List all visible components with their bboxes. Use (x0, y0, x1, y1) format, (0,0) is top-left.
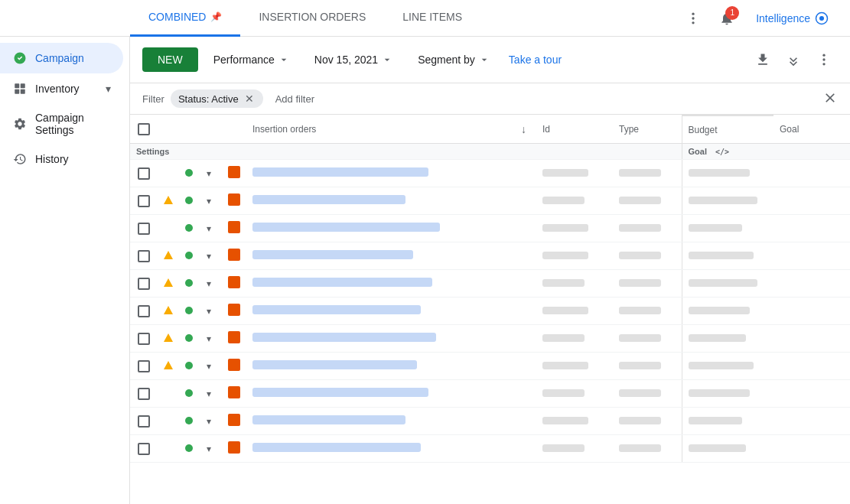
row-type-7 (613, 353, 682, 380)
more-options-button[interactable] (679, 5, 707, 32)
row-name-7[interactable] (246, 353, 515, 380)
row-name-8[interactable] (246, 380, 515, 408)
svg-point-0 (692, 12, 695, 15)
row-checkbox-9[interactable] (130, 408, 158, 435)
row-id-10 (536, 435, 613, 463)
expand-btn-3[interactable]: ▾ (200, 242, 222, 270)
svg-rect-9 (21, 89, 25, 94)
row-checkbox-4[interactable] (130, 270, 158, 298)
segment-dropdown[interactable]: Segment by (409, 49, 500, 70)
expand-btn-4[interactable]: ▾ (200, 270, 222, 298)
row-name-5[interactable] (246, 298, 515, 325)
expand-btn-0[interactable]: ▾ (200, 160, 222, 187)
svg-rect-7 (21, 83, 25, 88)
expand-btn-2[interactable]: ▾ (200, 215, 222, 242)
intelligence-label: Intelligence (756, 12, 810, 24)
row-name-2[interactable] (246, 215, 515, 242)
row-sort-10 (515, 435, 536, 463)
svg-point-12 (822, 63, 825, 65)
table-row: ▾ (130, 353, 850, 380)
expand-btn-1[interactable]: ▾ (200, 187, 222, 215)
row-checkbox-0[interactable] (130, 160, 158, 187)
row-checkbox-5[interactable] (130, 298, 158, 325)
filter-label: Filter (142, 93, 164, 105)
goal-group-label: Goal (689, 147, 707, 156)
page-icon-8 (222, 380, 246, 408)
row-type-8 (613, 380, 682, 408)
expand-btn-6[interactable]: ▾ (200, 325, 222, 353)
expand-btn-8[interactable]: ▾ (200, 380, 222, 408)
select-all-header[interactable] (130, 115, 158, 144)
date-dropdown[interactable]: Nov 15, 2021 (305, 49, 402, 70)
insertion-orders-header: Insertion orders (246, 115, 515, 144)
table-row: ▾ (130, 298, 850, 325)
sidebar-item-inventory[interactable]: Inventory ▾ (0, 73, 123, 104)
tab-combined[interactable]: COMBINED 📌 (130, 0, 240, 37)
row-name-10[interactable] (246, 435, 515, 463)
add-filter-button[interactable]: Add filter (269, 90, 321, 108)
active-filter-chip[interactable]: Status: Active ✕ (171, 89, 263, 108)
row-checkbox-7[interactable] (130, 353, 158, 380)
row-checkbox-10[interactable] (130, 435, 158, 463)
tab-line-items[interactable]: LINE ITEMS (384, 0, 480, 37)
table-row: ▾ (130, 270, 850, 298)
active-filter-label: Status: Active (178, 93, 239, 105)
new-button[interactable]: NEW (142, 47, 198, 72)
expand-btn-10[interactable]: ▾ (200, 435, 222, 463)
sidebar-history-label: History (35, 153, 69, 165)
row-budget-3 (682, 242, 773, 270)
row-checkbox-8[interactable] (130, 380, 158, 408)
row-goal-4 (773, 270, 850, 298)
tab-insertion-orders[interactable]: INSERTION ORDERS (240, 0, 384, 37)
table-row: ▾ (130, 380, 850, 408)
table-row: ▾ (130, 187, 850, 215)
remove-filter-button[interactable]: ✕ (243, 93, 256, 105)
notification-button[interactable]: 1 (713, 5, 741, 32)
row-name-9[interactable] (246, 408, 515, 435)
row-type-9 (613, 408, 682, 435)
row-name-3[interactable] (246, 242, 515, 270)
performance-label: Performance (213, 54, 275, 66)
table-row: ▾ (130, 215, 850, 242)
page-icon-10 (222, 435, 246, 463)
more-button[interactable] (810, 46, 838, 73)
sidebar-item-campaign-settings[interactable]: Campaign Settings (0, 104, 123, 144)
collapse-button[interactable] (780, 46, 807, 73)
tab-combined-label: COMBINED (148, 11, 206, 23)
expand-btn-5[interactable]: ▾ (200, 298, 222, 325)
row-name-0[interactable] (246, 160, 515, 187)
page-icon-0 (222, 160, 246, 187)
clear-filters-button[interactable] (822, 90, 838, 108)
sidebar-item-history[interactable]: History (0, 144, 123, 174)
sort-header[interactable]: ↓ (515, 115, 536, 144)
layout: Campaign Inventory ▾ Campaign Settings H… (0, 37, 850, 504)
row-id-2 (536, 215, 613, 242)
row-checkbox-2[interactable] (130, 215, 158, 242)
tab-line-items-label: LINE ITEMS (402, 11, 462, 23)
page-icon-5 (222, 298, 246, 325)
performance-dropdown[interactable]: Performance (204, 49, 299, 70)
active-status-0 (179, 160, 200, 187)
active-status-2 (179, 215, 200, 242)
settings-group-label: Settings (136, 147, 169, 156)
row-checkbox-6[interactable] (130, 325, 158, 353)
row-checkbox-1[interactable] (130, 187, 158, 215)
intelligence-button[interactable]: Intelligence (747, 7, 838, 30)
expand-btn-9[interactable]: ▾ (200, 408, 222, 435)
sidebar-item-campaign[interactable]: Campaign (0, 43, 123, 73)
row-goal-7 (773, 353, 850, 380)
svg-rect-8 (15, 89, 19, 94)
row-name-1[interactable] (246, 187, 515, 215)
expand-btn-7[interactable]: ▾ (200, 353, 222, 380)
row-sort-2 (515, 215, 536, 242)
row-name-6[interactable] (246, 325, 515, 353)
row-id-6 (536, 325, 613, 353)
row-sort-3 (515, 242, 536, 270)
row-name-4[interactable] (246, 270, 515, 298)
row-checkbox-3[interactable] (130, 242, 158, 270)
toolbar-right-icons (749, 46, 838, 73)
row-id-0 (536, 160, 613, 187)
row-sort-5 (515, 298, 536, 325)
take-tour-link[interactable]: Take a tour (506, 49, 565, 70)
download-button[interactable] (749, 46, 777, 73)
